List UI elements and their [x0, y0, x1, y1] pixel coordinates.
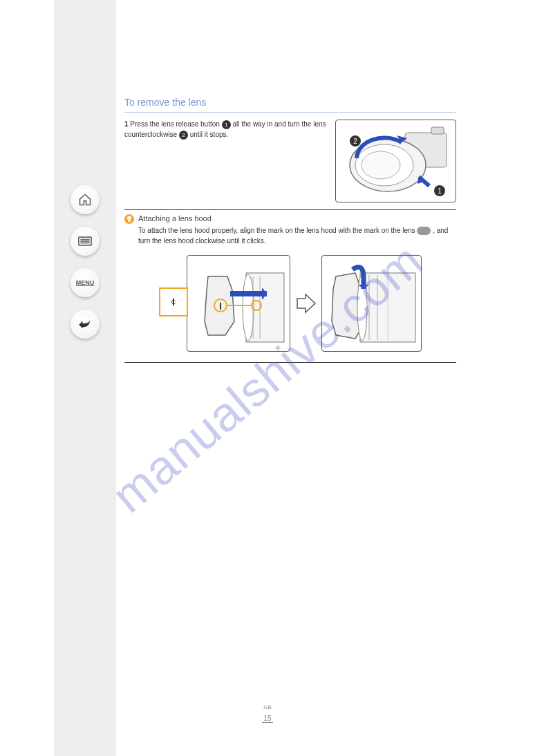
page-content: To remove the lens 1 Press the lens rele… — [124, 97, 456, 363]
lens-hood-illustration: C — [159, 252, 422, 355]
callout-2-icon: 2 — [179, 131, 188, 140]
step-text: 1 Press the lens release button 1 all th… — [124, 120, 328, 202]
tip-body-a: To attach the lens hood properly, align … — [138, 227, 415, 234]
list-icon — [78, 236, 92, 246]
transition-arrow-icon — [296, 293, 317, 314]
svg-point-15 — [127, 216, 131, 220]
footer-lang: GB — [263, 704, 272, 710]
svg-text:1: 1 — [438, 187, 442, 195]
back-arrow-icon — [77, 319, 93, 330]
contents-button[interactable] — [71, 227, 100, 256]
heading-divider — [124, 112, 456, 113]
callout-1-icon: 1 — [222, 120, 231, 129]
sidebar-nav: MENU — [54, 0, 116, 756]
callout-c-icon: C — [159, 287, 188, 316]
step-text-c: until it stops. — [190, 131, 229, 138]
svg-rect-16 — [129, 220, 131, 222]
menu-button[interactable]: MENU — [71, 268, 100, 297]
page-footer: GB 15 — [0, 704, 535, 723]
tip-bulb-icon — [124, 214, 134, 224]
step-row: 1 Press the lens release button 1 all th… — [124, 120, 456, 202]
tip-title: Attaching a lens hood — [138, 214, 456, 223]
step-number: 1 — [124, 120, 129, 130]
tip-heading-row: Attaching a lens hood To attach the lens… — [124, 214, 456, 246]
footer-page-number: 15 — [262, 715, 272, 723]
section-divider — [124, 209, 456, 210]
section-heading: To remove the lens — [124, 97, 456, 108]
home-icon — [78, 193, 92, 207]
svg-point-8 — [362, 151, 400, 179]
svg-rect-5 — [431, 127, 444, 134]
home-button[interactable] — [71, 185, 100, 214]
back-button[interactable] — [71, 310, 100, 339]
tip-body: To attach the lens hood properly, align … — [138, 225, 456, 246]
svg-text:2: 2 — [353, 138, 357, 145]
lens-removal-illustration: 2 1 — [335, 120, 456, 202]
bottom-divider — [124, 362, 456, 363]
menu-label: MENU — [76, 279, 95, 286]
step-text-a: Press the lens release button — [130, 120, 220, 128]
hood-mark-icon — [417, 227, 431, 235]
